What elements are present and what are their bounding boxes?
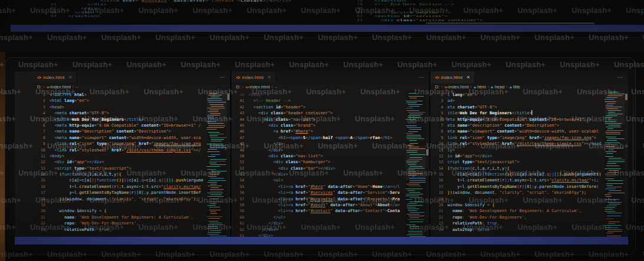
line-number: 60: [231, 214, 248, 220]
code-editor-area[interactable]: 2l lang="en">3ad>4eta charset="UTF-8">5i…: [430, 91, 628, 237]
code-token: "Description": [525, 123, 557, 128]
minimap-slider[interactable]: [207, 91, 227, 125]
code-token: function: [62, 172, 82, 177]
code-token: y.parentNode: [535, 184, 565, 189]
minimap[interactable]: [406, 91, 426, 237]
minimap-row: [606, 183, 623, 184]
code-line: 11<body>: [32, 153, 204, 159]
more-actions-icon[interactable]: ⋯: [613, 71, 628, 83]
minimap-row: [207, 228, 218, 229]
breadcrumb-item-html[interactable]: ◈html: [473, 84, 486, 90]
line-number: 63: [231, 233, 248, 237]
code-token: meta: [57, 129, 67, 134]
code-token: class: [397, 18, 413, 22]
code-token: div: [273, 221, 281, 226]
rear-horizontal-scrollbar[interactable]: [426, 22, 595, 24]
breadcrumb-item-[interactable]: –: [274, 84, 277, 90]
minimap-row: [608, 223, 615, 224]
minimap-slider[interactable]: [605, 91, 625, 125]
close-tab-icon[interactable]: ×: [268, 74, 271, 80]
minimap[interactable]: [207, 91, 227, 237]
breadcrumb-item-[interactable]: –: [75, 84, 78, 90]
vertical-scrollbar-thumb[interactable]: [227, 94, 230, 100]
breadcrumb-item-d[interactable]: D:: [435, 84, 440, 90]
code-token: rel: [460, 136, 467, 140]
line-number: 8: [32, 135, 49, 141]
minimap-row: [605, 143, 620, 143]
line-number: 44: [231, 117, 248, 123]
code-token: div: [266, 117, 274, 122]
code-token: >: [281, 148, 283, 153]
code-token: "text/javascript": [87, 166, 129, 171]
code-token: data-after: [338, 190, 363, 195]
code-token: [368, 18, 381, 22]
code-token: class: [291, 166, 303, 171]
code-token: "bar": [306, 166, 318, 171]
code-token: [248, 203, 278, 207]
code-token: })(: [59, 197, 67, 201]
line-number: 14: [430, 166, 447, 171]
minimap-row: [409, 192, 420, 193]
screen-edge-reflection: [633, 81, 633, 243]
code-token: ></: [87, 160, 94, 164]
vertical-scrollbar-thumb[interactable]: [426, 149, 429, 156]
tab-index-html[interactable]: <> index.html ×: [231, 71, 276, 83]
code-line: 6 <meta http-equiv="X-UA-Compatible" con…: [32, 123, 204, 128]
code-line: 54 <ul>: [231, 177, 403, 183]
code-token: >: [288, 0, 291, 2]
code-line: 15 c[a]=c[a]||function(){((c[a].q=c[a].q…: [430, 171, 602, 177]
code-editor-area[interactable]: 40<body>41 <!-- Header -->42 <section id…: [231, 91, 429, 237]
code-token: data-after: [330, 203, 355, 207]
chevron-right-icon: ›: [72, 85, 74, 89]
breadcrumb-item-indexhtml[interactable]: <>index.html: [47, 84, 71, 90]
code-token: "nav-list": [296, 154, 320, 158]
code-token: c[a]: [457, 172, 467, 177]
code-token: rel: [460, 141, 467, 146]
more-actions-icon[interactable]: ⋯: [414, 71, 429, 83]
code-token: haif: [323, 136, 335, 140]
code-token: [248, 184, 278, 189]
code-token: div: [275, 160, 283, 164]
minimap-row: [208, 125, 225, 126]
minimap-row: [207, 127, 224, 128]
code-line: 9 <link rel="icon" type="image/png" href…: [32, 141, 204, 147]
minimap[interactable]: [605, 91, 625, 237]
code-token: argume: [188, 178, 203, 183]
code-token: "image/png": [500, 136, 527, 140]
code-token: "X-UA-Compatible": [97, 123, 139, 128]
code-token: function: [97, 178, 117, 183]
breadcrumb-item-d[interactable]: D:: [236, 84, 241, 90]
breadcrumb-item-head[interactable]: ◈head: [491, 84, 504, 90]
code-line: 10 <link rel="stylesheet" href="/dist/cs…: [32, 147, 204, 153]
code-token: eta: [447, 129, 455, 134]
tab-index-html[interactable]: <> index.html ×: [430, 71, 475, 83]
breadcrumb-item-title[interactable]: ◈title: [509, 84, 520, 90]
minimap-row: [211, 141, 222, 141]
minimap-row: [406, 194, 423, 194]
code-token: "en": [77, 98, 87, 103]
line-number: 23: [430, 220, 447, 226]
more-actions-icon[interactable]: ⋯: [215, 71, 230, 83]
breadcrumb-item-indexhtml[interactable]: <>index.html: [444, 84, 469, 90]
close-tab-icon[interactable]: ×: [467, 74, 470, 80]
line-number: 48: [231, 141, 248, 147]
code-editor-area[interactable]: 1<!DOCTYPE html>2<html lang="en">3<head>…: [32, 91, 230, 237]
vertical-scrollbar-thumb[interactable]: [625, 94, 628, 100]
code-token: div: [94, 160, 102, 164]
minimap-slider[interactable]: [406, 146, 426, 180]
breadcrumb-item-d[interactable]: D:: [37, 84, 42, 90]
breadcrumb-item-indexhtml[interactable]: <>index.html: [245, 84, 270, 90]
minimap-row: [606, 134, 620, 134]
code-token: >: [168, 129, 171, 134]
tab-index-html[interactable]: <> index.html ×: [32, 71, 77, 83]
breadcrumb-label: index.html: [51, 84, 71, 90]
minimap-row: [608, 231, 622, 232]
code-token: :: [462, 215, 467, 220]
minimap-row: [210, 159, 227, 160]
close-tab-icon[interactable]: ×: [69, 74, 72, 80]
code-token: >: [517, 160, 519, 164]
minimap-row: [208, 224, 223, 225]
code-token: ,: [134, 197, 138, 201]
code-token: "nav-bar": [291, 117, 313, 122]
vscode-window: <> index.html × ⋯ D:›<>index.html›– 1<!D…: [15, 71, 628, 245]
